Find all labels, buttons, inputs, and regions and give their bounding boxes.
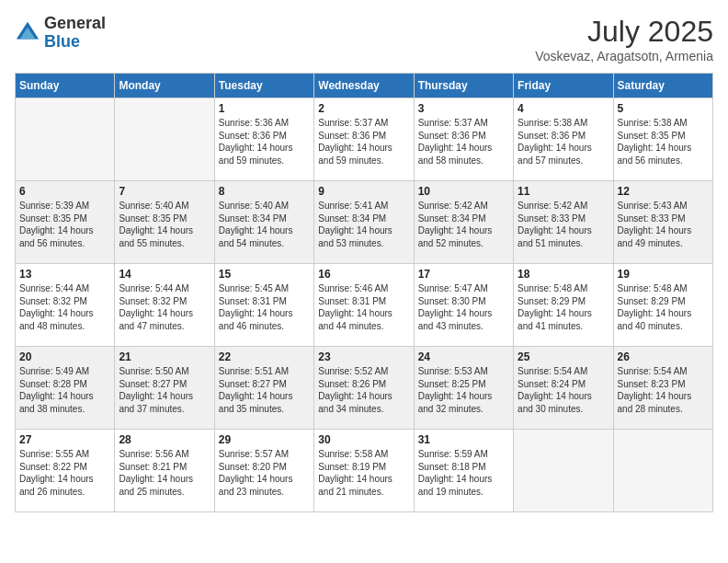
cell-sun-info: Sunrise: 5:38 AM Sunset: 8:36 PM Dayligh…	[518, 117, 609, 167]
calendar-cell: 31Sunrise: 5:59 AM Sunset: 8:18 PM Dayli…	[414, 430, 513, 512]
day-number: 13	[19, 268, 110, 281]
calendar-cell	[115, 98, 214, 181]
day-number: 17	[418, 268, 509, 281]
cell-sun-info: Sunrise: 5:48 AM Sunset: 8:29 PM Dayligh…	[618, 282, 709, 332]
day-number: 15	[219, 268, 310, 281]
calendar-week-row: 20Sunrise: 5:49 AM Sunset: 8:28 PM Dayli…	[16, 347, 713, 430]
day-number: 3	[418, 102, 509, 115]
cell-sun-info: Sunrise: 5:52 AM Sunset: 8:26 PM Dayligh…	[318, 365, 409, 415]
col-header-tuesday: Tuesday	[214, 74, 313, 98]
logo-icon	[15, 20, 40, 46]
cell-sun-info: Sunrise: 5:45 AM Sunset: 8:31 PM Dayligh…	[219, 282, 310, 332]
calendar-cell: 6Sunrise: 5:39 AM Sunset: 8:35 PM Daylig…	[16, 181, 115, 264]
calendar-cell: 4Sunrise: 5:38 AM Sunset: 8:36 PM Daylig…	[514, 98, 613, 181]
cell-sun-info: Sunrise: 5:39 AM Sunset: 8:35 PM Dayligh…	[19, 200, 110, 249]
day-number: 18	[518, 268, 609, 281]
calendar-cell: 19Sunrise: 5:48 AM Sunset: 8:29 PM Dayli…	[613, 264, 712, 347]
col-header-sunday: Sunday	[16, 74, 115, 98]
cell-sun-info: Sunrise: 5:42 AM Sunset: 8:34 PM Dayligh…	[418, 200, 509, 249]
calendar-cell: 14Sunrise: 5:44 AM Sunset: 8:32 PM Dayli…	[115, 264, 214, 347]
calendar-cell: 9Sunrise: 5:41 AM Sunset: 8:34 PM Daylig…	[314, 181, 414, 264]
day-number: 29	[219, 433, 310, 446]
calendar-cell: 21Sunrise: 5:50 AM Sunset: 8:27 PM Dayli…	[115, 347, 214, 430]
cell-sun-info: Sunrise: 5:59 AM Sunset: 8:18 PM Dayligh…	[418, 448, 509, 498]
day-number: 16	[318, 268, 409, 281]
calendar-cell: 23Sunrise: 5:52 AM Sunset: 8:26 PM Dayli…	[314, 347, 414, 430]
day-number: 10	[418, 185, 509, 198]
day-number: 22	[219, 350, 310, 363]
calendar-cell: 7Sunrise: 5:40 AM Sunset: 8:35 PM Daylig…	[115, 181, 214, 264]
logo-text: General Blue	[44, 15, 106, 52]
day-number: 26	[618, 350, 709, 363]
cell-sun-info: Sunrise: 5:58 AM Sunset: 8:19 PM Dayligh…	[318, 448, 409, 498]
cell-sun-info: Sunrise: 5:55 AM Sunset: 8:22 PM Dayligh…	[19, 448, 110, 498]
calendar-cell: 15Sunrise: 5:45 AM Sunset: 8:31 PM Dayli…	[214, 264, 313, 347]
cell-sun-info: Sunrise: 5:56 AM Sunset: 8:21 PM Dayligh…	[119, 448, 210, 498]
cell-sun-info: Sunrise: 5:47 AM Sunset: 8:30 PM Dayligh…	[418, 282, 509, 332]
cell-sun-info: Sunrise: 5:40 AM Sunset: 8:34 PM Dayligh…	[219, 200, 310, 249]
day-number: 24	[418, 350, 509, 363]
calendar-cell: 5Sunrise: 5:38 AM Sunset: 8:35 PM Daylig…	[613, 98, 712, 181]
cell-sun-info: Sunrise: 5:49 AM Sunset: 8:28 PM Dayligh…	[19, 365, 110, 415]
calendar-cell: 29Sunrise: 5:57 AM Sunset: 8:20 PM Dayli…	[214, 430, 313, 512]
logo: General Blue	[15, 15, 106, 52]
month-year: July 2025	[535, 15, 713, 49]
calendar-header-row: SundayMondayTuesdayWednesdayThursdayFrid…	[16, 74, 713, 98]
calendar-cell: 24Sunrise: 5:53 AM Sunset: 8:25 PM Dayli…	[414, 347, 513, 430]
calendar-cell: 27Sunrise: 5:55 AM Sunset: 8:22 PM Dayli…	[16, 430, 115, 512]
cell-sun-info: Sunrise: 5:37 AM Sunset: 8:36 PM Dayligh…	[318, 117, 409, 167]
cell-sun-info: Sunrise: 5:54 AM Sunset: 8:24 PM Dayligh…	[518, 365, 609, 415]
cell-sun-info: Sunrise: 5:38 AM Sunset: 8:35 PM Dayligh…	[618, 117, 709, 167]
calendar-cell: 28Sunrise: 5:56 AM Sunset: 8:21 PM Dayli…	[115, 430, 214, 512]
day-number: 4	[518, 102, 609, 115]
calendar-week-row: 1Sunrise: 5:36 AM Sunset: 8:36 PM Daylig…	[16, 98, 713, 181]
cell-sun-info: Sunrise: 5:43 AM Sunset: 8:33 PM Dayligh…	[618, 200, 709, 249]
calendar-week-row: 27Sunrise: 5:55 AM Sunset: 8:22 PM Dayli…	[16, 430, 713, 512]
cell-sun-info: Sunrise: 5:57 AM Sunset: 8:20 PM Dayligh…	[219, 448, 310, 498]
calendar-cell: 25Sunrise: 5:54 AM Sunset: 8:24 PM Dayli…	[514, 347, 613, 430]
calendar-cell: 3Sunrise: 5:37 AM Sunset: 8:36 PM Daylig…	[414, 98, 513, 181]
calendar-cell: 12Sunrise: 5:43 AM Sunset: 8:33 PM Dayli…	[613, 181, 712, 264]
calendar-week-row: 13Sunrise: 5:44 AM Sunset: 8:32 PM Dayli…	[16, 264, 713, 347]
day-number: 9	[318, 185, 409, 198]
cell-sun-info: Sunrise: 5:42 AM Sunset: 8:33 PM Dayligh…	[518, 200, 609, 249]
logo-blue: Blue	[44, 32, 80, 51]
cell-sun-info: Sunrise: 5:46 AM Sunset: 8:31 PM Dayligh…	[318, 282, 409, 332]
calendar-cell: 22Sunrise: 5:51 AM Sunset: 8:27 PM Dayli…	[214, 347, 313, 430]
calendar-cell: 16Sunrise: 5:46 AM Sunset: 8:31 PM Dayli…	[314, 264, 414, 347]
day-number: 8	[219, 185, 310, 198]
col-header-monday: Monday	[115, 74, 214, 98]
day-number: 30	[318, 433, 409, 446]
day-number: 1	[219, 102, 310, 115]
day-number: 21	[119, 350, 210, 363]
cell-sun-info: Sunrise: 5:41 AM Sunset: 8:34 PM Dayligh…	[318, 200, 409, 249]
cell-sun-info: Sunrise: 5:50 AM Sunset: 8:27 PM Dayligh…	[119, 365, 210, 415]
calendar-cell: 13Sunrise: 5:44 AM Sunset: 8:32 PM Dayli…	[16, 264, 115, 347]
calendar-cell: 26Sunrise: 5:54 AM Sunset: 8:23 PM Dayli…	[613, 347, 712, 430]
calendar-cell: 10Sunrise: 5:42 AM Sunset: 8:34 PM Dayli…	[414, 181, 513, 264]
day-number: 19	[618, 268, 709, 281]
day-number: 14	[119, 268, 210, 281]
calendar-cell	[613, 430, 712, 512]
calendar-week-row: 6Sunrise: 5:39 AM Sunset: 8:35 PM Daylig…	[16, 181, 713, 264]
day-number: 28	[119, 433, 210, 446]
calendar-cell: 8Sunrise: 5:40 AM Sunset: 8:34 PM Daylig…	[214, 181, 313, 264]
calendar-cell: 20Sunrise: 5:49 AM Sunset: 8:28 PM Dayli…	[16, 347, 115, 430]
page-header: General Blue July 2025 Voskevaz, Aragats…	[15, 15, 713, 63]
title-block: July 2025 Voskevaz, Aragatsotn, Armenia	[535, 15, 713, 63]
day-number: 12	[618, 185, 709, 198]
day-number: 5	[618, 102, 709, 115]
calendar-table: SundayMondayTuesdayWednesdayThursdayFrid…	[15, 73, 713, 512]
cell-sun-info: Sunrise: 5:44 AM Sunset: 8:32 PM Dayligh…	[19, 282, 110, 332]
col-header-friday: Friday	[514, 74, 613, 98]
location: Voskevaz, Aragatsotn, Armenia	[535, 49, 713, 63]
logo-general: General	[44, 14, 106, 32]
day-number: 23	[318, 350, 409, 363]
calendar-cell: 30Sunrise: 5:58 AM Sunset: 8:19 PM Dayli…	[314, 430, 414, 512]
day-number: 25	[518, 350, 609, 363]
cell-sun-info: Sunrise: 5:36 AM Sunset: 8:36 PM Dayligh…	[219, 117, 310, 167]
day-number: 27	[19, 433, 110, 446]
calendar-cell: 18Sunrise: 5:48 AM Sunset: 8:29 PM Dayli…	[514, 264, 613, 347]
cell-sun-info: Sunrise: 5:48 AM Sunset: 8:29 PM Dayligh…	[518, 282, 609, 332]
calendar-cell: 2Sunrise: 5:37 AM Sunset: 8:36 PM Daylig…	[314, 98, 414, 181]
